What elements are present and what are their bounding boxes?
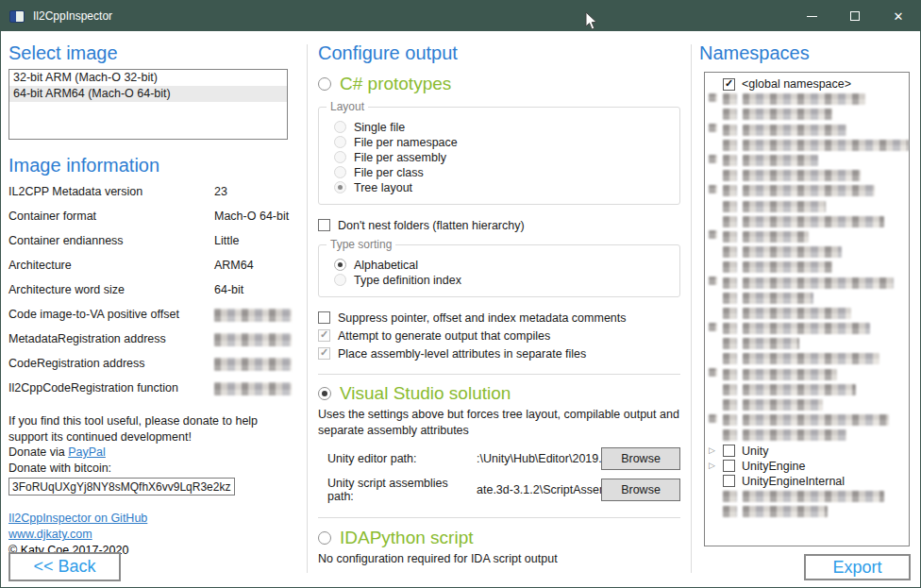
namespace-row-redacted[interactable]	[705, 291, 909, 306]
namespace-row[interactable]: UnityEngineInternal	[705, 474, 909, 489]
unity-editor-path-value[interactable]: :\Unity\Hub\Editor\2019.2.8f1	[477, 452, 601, 465]
idapython-script-radio[interactable]: IDAPython script	[318, 528, 680, 548]
namespace-row-redacted[interactable]	[705, 412, 909, 428]
namespace-row-redacted[interactable]	[705, 214, 909, 229]
flatten-hierarchy-checkbox[interactable]: Don't nest folders (flatten hierarchy)	[318, 218, 680, 232]
image-list-item[interactable]: 32-bit ARM (Mach-O 32-bit)	[9, 70, 287, 86]
namespace-row-redacted[interactable]	[705, 229, 909, 244]
namespace-row-redacted[interactable]	[705, 260, 909, 275]
checkbox-icon	[318, 347, 330, 360]
app-icon	[9, 10, 25, 23]
namespace-label: UnityEngineInternal	[742, 475, 845, 488]
expander-icon[interactable]: ▷	[709, 444, 723, 458]
namespace-row-redacted[interactable]	[705, 321, 909, 336]
export-button[interactable]: Export	[804, 554, 911, 580]
info-row: IL2CPP Metadata version23	[8, 185, 292, 210]
maximize-button[interactable]	[833, 1, 877, 31]
image-list-item[interactable]: 64-bit ARM64 (Mach-O 64-bit)	[9, 86, 287, 102]
csharp-prototypes-radio[interactable]: C# prototypes	[318, 74, 680, 94]
unity-editor-path-row: Unity editor path: :\Unity\Hub\Editor\20…	[318, 447, 680, 470]
unity-script-assemblies-value[interactable]: ate.3d-3.1.2\ScriptAssemblies	[477, 483, 601, 496]
back-button[interactable]: << Back	[8, 552, 121, 581]
redacted-checkbox	[723, 353, 737, 364]
namespace-row[interactable]: <global namespace>	[705, 76, 909, 92]
namespace-row-redacted[interactable]	[705, 397, 909, 412]
namespace-row-redacted[interactable]	[705, 92, 909, 107]
namespace-tree[interactable]: <global namespace>▷Unity▷UnityEngineUnit…	[704, 72, 910, 546]
namespace-row-redacted[interactable]	[705, 183, 909, 198]
sorting-option-alphabetical[interactable]: Alphabetical	[334, 258, 670, 272]
select-image-title: Select image	[8, 42, 292, 63]
radio-icon	[334, 259, 346, 271]
info-row: MetadataRegistration address	[8, 332, 292, 357]
redacted-namespace-label	[743, 277, 894, 289]
redacted-namespace-label	[743, 491, 884, 502]
namespace-row-redacted[interactable]	[705, 382, 909, 397]
browse-assemblies-path-button[interactable]: Browse	[601, 479, 680, 501]
namespace-label: Unity	[742, 445, 768, 458]
namespace-checkbox[interactable]	[723, 460, 735, 472]
namespace-row-redacted[interactable]	[705, 489, 909, 504]
redacted-namespace-label	[743, 246, 842, 258]
namespace-checkbox[interactable]	[723, 475, 735, 487]
separate-attributes-checkbox[interactable]: Place assembly-level attributes in separ…	[318, 346, 680, 361]
namespace-row-redacted[interactable]	[705, 351, 909, 366]
window-title: Il2CppInspector	[33, 9, 112, 23]
layout-option-file-per-namespace[interactable]: File per namespace	[334, 135, 670, 149]
namespace-checkbox[interactable]	[723, 445, 735, 457]
namespace-row-redacted[interactable]	[705, 244, 909, 260]
namespace-row-redacted[interactable]	[705, 367, 909, 382]
namespace-row-redacted[interactable]	[705, 336, 909, 351]
namespace-row-redacted[interactable]	[705, 168, 909, 183]
redacted-checkbox	[723, 170, 737, 181]
namespace-row-redacted[interactable]	[705, 107, 909, 122]
namespace-row-redacted[interactable]	[705, 306, 909, 321]
layout-option-file-per-class[interactable]: File per class	[334, 165, 670, 179]
namespace-row-redacted[interactable]	[705, 123, 909, 138]
expander-icon[interactable]: ▷	[709, 459, 723, 473]
layout-option-file-per-assembly[interactable]: File per assembly	[334, 150, 670, 164]
info-row: Container formatMach-O 64-bit	[8, 210, 292, 234]
image-information-table: IL2CPP Metadata version23 Container form…	[8, 185, 292, 406]
idapython-script-label: IDAPython script	[340, 528, 474, 548]
compilable-output-checkbox[interactable]: Attempt to generate output that compiles	[318, 328, 680, 343]
suppress-comments-checkbox[interactable]: Suppress pointer, offset and index metad…	[318, 311, 680, 325]
minimize-button[interactable]	[790, 1, 833, 31]
image-listbox[interactable]: 32-bit ARM (Mach-O 32-bit) 64-bit ARM64 …	[8, 69, 288, 140]
redacted-checkbox	[723, 140, 737, 151]
namespace-row-redacted[interactable]	[705, 153, 909, 168]
donate-bitcoin-label: Donate with bitcoin:	[8, 461, 292, 477]
namespace-label: UnityEngine	[742, 460, 805, 473]
browse-editor-path-button[interactable]: Browse	[601, 447, 680, 470]
sorting-option-type-definition-index[interactable]: Type definition index	[334, 273, 670, 287]
namespace-checkbox[interactable]	[723, 78, 735, 91]
redacted-value	[214, 358, 292, 371]
namespace-row[interactable]: ▷UnityEngine	[705, 459, 909, 474]
namespace-row-redacted[interactable]	[705, 275, 909, 290]
redacted-expander	[709, 230, 717, 239]
namespace-row-redacted[interactable]	[705, 138, 909, 153]
checkbox-icon	[318, 311, 330, 324]
visual-studio-solution-radio[interactable]: Visual Studio solution	[318, 383, 680, 404]
layout-option-single-file[interactable]: Single file	[334, 120, 670, 134]
namespace-row-redacted[interactable]	[705, 199, 909, 214]
radio-icon	[334, 151, 346, 163]
redacted-expander	[709, 124, 717, 132]
info-value: Mach-O 64-bit	[214, 210, 289, 234]
section-separator	[318, 374, 680, 375]
namespace-row-redacted[interactable]	[705, 428, 909, 443]
redacted-value	[214, 333, 292, 346]
redacted-expander	[709, 185, 717, 193]
namespace-row[interactable]: ▷Unity	[705, 444, 909, 459]
configure-output-title: Configure output	[318, 42, 680, 63]
github-link[interactable]: Il2CppInspector on GitHub	[8, 512, 147, 525]
paypal-link[interactable]: PayPal	[68, 445, 106, 459]
namespace-row-redacted[interactable]	[705, 504, 909, 519]
close-button[interactable]: ✕	[877, 1, 920, 31]
layout-option-tree-layout[interactable]: Tree layout	[334, 180, 670, 194]
redacted-namespace-label	[743, 506, 828, 517]
redacted-namespace-label	[743, 323, 870, 334]
bitcoin-address-input[interactable]	[8, 478, 235, 496]
website-link[interactable]: www.djkaty.com	[8, 528, 92, 541]
redacted-checkbox	[723, 384, 737, 395]
